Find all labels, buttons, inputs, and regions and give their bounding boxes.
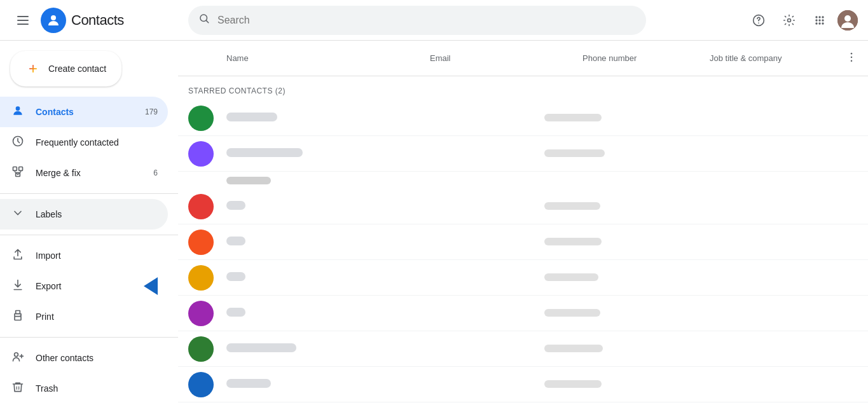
- contact-name-col: [226, 379, 392, 390]
- svg-rect-2: [17, 24, 29, 25]
- sidebar-item-frequently[interactable]: Frequently contacted: [0, 127, 168, 158]
- svg-point-15: [815, 22, 817, 24]
- divider-1: [0, 193, 178, 194]
- contact-phone-col: [544, 272, 672, 284]
- more-options-header: [832, 51, 858, 66]
- starred-section-header: STARRED CONTACTS (2): [178, 76, 868, 100]
- contact-row[interactable]: [178, 331, 868, 367]
- contact-phone-col: [544, 148, 672, 160]
- avatar-col: [188, 194, 226, 219]
- contact-row[interactable]: [178, 136, 868, 172]
- chevron-down-icon: [10, 207, 25, 223]
- sidebar-item-print[interactable]: Print: [0, 301, 168, 332]
- contact-phone-col: [544, 201, 672, 212]
- apps-button[interactable]: [807, 8, 832, 33]
- sidebar-item-other[interactable]: Other contacts: [0, 343, 168, 373]
- contact-phone-col: [544, 113, 672, 124]
- contact-row[interactable]: [178, 224, 868, 260]
- contact-phone-col: [544, 237, 672, 248]
- contacts-content: Name Email Phone number Job title & comp…: [178, 41, 868, 405]
- contact-row[interactable]: [178, 296, 868, 331]
- contacts-badge: 179: [145, 107, 158, 116]
- svg-rect-1: [17, 20, 29, 21]
- print-label: Print: [36, 312, 158, 322]
- contact-avatar: [188, 230, 214, 255]
- contact-avatar: [188, 106, 214, 131]
- svg-point-29: [851, 52, 853, 54]
- contact-row[interactable]: [178, 402, 868, 405]
- merge-badge: 6: [153, 168, 158, 177]
- avatar[interactable]: [837, 10, 858, 31]
- contact-name-blurred: [226, 113, 277, 121]
- help-button[interactable]: [746, 8, 771, 33]
- svg-rect-23: [19, 167, 23, 170]
- contact-name-col: [226, 148, 392, 160]
- contact-phone-blurred: [544, 238, 602, 245]
- avatar-col: [188, 372, 226, 397]
- contact-row[interactable]: [178, 260, 868, 296]
- menu-icon[interactable]: [10, 8, 36, 33]
- contact-name-blurred: [226, 201, 245, 210]
- contact-avatar: [188, 194, 214, 219]
- col-job-header: Job title & company: [710, 53, 832, 63]
- settings-button[interactable]: [776, 8, 802, 33]
- col-name-header: Name: [226, 53, 430, 63]
- import-label: Import: [36, 251, 158, 261]
- app-logo: [41, 8, 66, 33]
- contact-name-col: [226, 272, 392, 284]
- column-headers: Name Email Phone number Job title & comp…: [178, 41, 868, 76]
- sidebar-labels[interactable]: Labels: [0, 199, 168, 230]
- sidebar-item-contacts[interactable]: Contacts 179: [0, 97, 168, 127]
- avatar-col: [188, 141, 226, 167]
- trash-label: Trash: [36, 383, 158, 394]
- contact-name-col: [226, 113, 392, 124]
- svg-point-12: [815, 19, 817, 21]
- avatar-col: [188, 106, 226, 131]
- app-title: Contacts: [71, 12, 124, 29]
- contact-avatar: [188, 141, 214, 167]
- topbar: Contacts: [0, 0, 868, 41]
- svg-point-14: [822, 19, 823, 21]
- svg-point-13: [818, 19, 820, 21]
- contact-phone-blurred: [544, 309, 600, 317]
- contact-name-blurred: [226, 237, 245, 245]
- print-icon: [10, 309, 25, 325]
- sidebar-item-trash[interactable]: Trash: [0, 373, 168, 404]
- contact-name-blurred: [226, 308, 245, 317]
- search-input[interactable]: [217, 15, 636, 26]
- main-layout: Create contact Contacts 179 Frequently c…: [0, 41, 868, 405]
- search-bar[interactable]: [188, 6, 646, 35]
- export-label: Export: [36, 281, 128, 291]
- contact-phone-blurred: [544, 380, 602, 388]
- svg-point-30: [851, 56, 853, 58]
- svg-rect-26: [16, 310, 20, 313]
- contact-name-col: [226, 308, 392, 319]
- svg-point-7: [758, 22, 759, 24]
- history-icon: [10, 135, 25, 151]
- svg-point-27: [20, 315, 21, 316]
- sidebar-item-merge[interactable]: Merge & fix 6: [0, 158, 168, 188]
- create-contact-button[interactable]: Create contact: [10, 51, 121, 86]
- frequently-label: Frequently contacted: [36, 137, 158, 148]
- svg-point-9: [815, 16, 817, 18]
- svg-point-3: [51, 15, 56, 20]
- sidebar-item-import[interactable]: Import: [0, 240, 168, 271]
- contact-name-col: [226, 237, 392, 248]
- contact-avatar: [188, 301, 214, 326]
- svg-point-11: [822, 16, 823, 18]
- sidebar-item-export[interactable]: Export: [0, 271, 168, 301]
- contact-phone-blurred: [544, 273, 598, 281]
- svg-point-19: [844, 15, 851, 22]
- person-icon: [10, 104, 25, 120]
- svg-point-20: [16, 106, 20, 111]
- contact-row[interactable]: [178, 100, 868, 136]
- section-break: [178, 172, 868, 189]
- create-contact-label: Create contact: [48, 64, 106, 74]
- contact-name-blurred: [226, 343, 296, 352]
- trash-icon: [10, 381, 25, 397]
- contact-row[interactable]: [178, 189, 868, 224]
- contact-row[interactable]: [178, 367, 868, 402]
- avatar-col: [188, 230, 226, 255]
- avatar-col: [188, 336, 226, 362]
- contact-phone-blurred: [544, 345, 603, 352]
